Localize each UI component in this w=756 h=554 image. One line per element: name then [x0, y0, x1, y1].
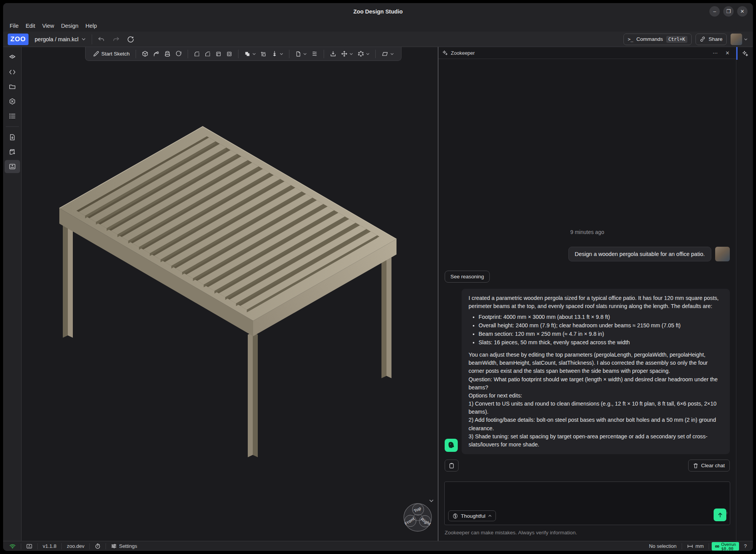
move-icon — [341, 51, 348, 57]
statusbar-divider — [21, 543, 21, 549]
site-link[interactable]: zoo.dev — [64, 543, 87, 549]
close-button[interactable]: ✕ — [737, 6, 748, 17]
chevron-down-icon — [390, 53, 394, 55]
sidebar-item-variables[interactable] — [5, 95, 20, 108]
menu-view[interactable]: View — [39, 22, 57, 30]
message-actions: Clear chat — [445, 460, 730, 471]
trash-icon — [693, 463, 698, 468]
chevron-down-icon — [280, 53, 283, 55]
sidebar-item-feature-tree[interactable] — [5, 51, 20, 64]
minimize-button[interactable]: – — [709, 6, 720, 17]
see-reasoning-button[interactable]: See reasoning — [445, 271, 490, 283]
version-label[interactable]: v1.1.8 — [40, 543, 59, 549]
move-button[interactable] — [339, 49, 355, 59]
send-button[interactable] — [714, 509, 726, 521]
panel-menu-button[interactable]: ⋯ — [711, 49, 720, 57]
project-toolbar: ZOO pergola / main.kcl >_ Commands Ctrl+… — [3, 32, 753, 47]
gizmo-chevron-icon[interactable] — [429, 499, 434, 502]
network-status[interactable] — [7, 544, 18, 549]
share-button[interactable]: Share — [696, 34, 727, 45]
revolve-icon — [175, 51, 182, 57]
refresh-icon — [127, 36, 134, 43]
chat-input[interactable]: Thoughtful — [444, 482, 730, 525]
trim-button[interactable] — [259, 49, 269, 59]
account-menu[interactable] — [731, 34, 748, 45]
pergola-3d-model — [22, 47, 438, 541]
breadcrumb[interactable]: pergola / main.kcl — [32, 36, 88, 42]
fillet-icon — [194, 51, 200, 57]
sidebar-item-import[interactable] — [5, 131, 20, 144]
brain-icon — [452, 513, 458, 519]
refresh-button[interactable] — [125, 34, 136, 45]
helix-button[interactable] — [309, 49, 320, 59]
statusbar-divider — [61, 543, 62, 549]
units-selector[interactable]: mm — [685, 543, 706, 549]
undo-icon — [98, 36, 105, 42]
clear-chat-button[interactable]: Clear chat — [688, 460, 730, 471]
window-title: Zoo Design Studio — [353, 8, 403, 15]
sidebar-item-files[interactable] — [5, 80, 20, 93]
selection-status: No selection — [647, 543, 679, 549]
zookeeper-panel: Zookeeper ⋯ ✕ 9 minutes ago Design a woo… — [438, 47, 736, 541]
extrude-button[interactable] — [140, 49, 150, 59]
statusbar-divider — [89, 543, 90, 549]
left-sidebar — [3, 47, 22, 541]
offset-plane-button[interactable] — [269, 49, 285, 59]
insert-button[interactable] — [328, 49, 338, 59]
chamfer-button[interactable] — [203, 49, 213, 59]
menu-design[interactable]: Design — [58, 22, 82, 30]
help-button[interactable]: ? — [742, 543, 749, 549]
assistant-details: You can adjust these by editing the top … — [469, 351, 723, 449]
copy-button[interactable] — [445, 460, 459, 471]
redo-button[interactable] — [111, 34, 121, 45]
menu-help[interactable]: Help — [82, 22, 101, 30]
zoo-logo[interactable]: ZOO — [8, 34, 29, 45]
undo-button[interactable] — [96, 34, 107, 45]
sketch-plane-button[interactable] — [293, 49, 309, 59]
maximize-button[interactable]: ❐ — [723, 6, 734, 17]
measure-icon — [687, 544, 693, 549]
timer-button[interactable] — [92, 543, 103, 549]
units-label: mm — [696, 543, 704, 549]
user-message: Design a wooden pergola suitable for an … — [568, 247, 712, 261]
start-sketch-button[interactable]: Start Sketch — [91, 49, 132, 59]
fillet-button[interactable] — [192, 49, 202, 59]
view-gizmo[interactable]: Top Front Right — [403, 503, 432, 532]
machine-status[interactable] — [24, 544, 35, 549]
gorilla-icon — [447, 441, 456, 450]
boolean-button[interactable] — [242, 49, 258, 59]
panel-close-button[interactable]: ✕ — [723, 49, 732, 57]
list-icon — [8, 112, 16, 120]
disclaimer-text: Zookeeper can make mistakes. Always veri… — [438, 525, 736, 535]
modeling-viewport[interactable]: Start Sketch — [22, 47, 438, 541]
statusbar-divider — [37, 543, 38, 549]
plane-icon — [381, 51, 388, 57]
chevron-down-icon — [252, 53, 256, 55]
revolve-button[interactable] — [173, 49, 184, 59]
settings-button[interactable]: Settings — [109, 543, 139, 549]
sidebar-item-code[interactable] — [5, 66, 20, 79]
sidebar-item-export[interactable] — [5, 145, 20, 158]
sidebar-item-logs[interactable] — [5, 109, 20, 123]
plane-button[interactable] — [380, 50, 396, 58]
model-selector[interactable]: Thoughtful — [448, 510, 496, 521]
export-file-icon — [8, 148, 16, 156]
sweep-button[interactable] — [151, 49, 161, 59]
loft-button[interactable] — [162, 49, 173, 59]
wifi-icon — [9, 544, 16, 549]
hole-icon — [226, 51, 232, 57]
offset-plane-icon — [271, 51, 278, 57]
sketch-group: Start Sketch — [89, 49, 134, 59]
menu-edit[interactable]: Edit — [22, 22, 39, 30]
billing-badge[interactable]: ∞ Overrun $0.00 — [712, 542, 739, 551]
import-file-icon — [8, 133, 16, 141]
menu-file[interactable]: File — [6, 22, 22, 30]
hole-button[interactable] — [224, 49, 234, 59]
bullet-slats: Slats: 16 pieces, 50 mm thick, evenly sp… — [479, 338, 723, 347]
pattern-button[interactable] — [356, 49, 371, 59]
commands-button[interactable]: >_ Commands Ctrl+K — [623, 34, 692, 45]
variables-icon — [8, 98, 16, 105]
shell-button[interactable] — [213, 49, 223, 59]
sidebar-item-machine[interactable] — [5, 160, 20, 173]
zookeeper-rail-button[interactable] — [736, 47, 753, 60]
